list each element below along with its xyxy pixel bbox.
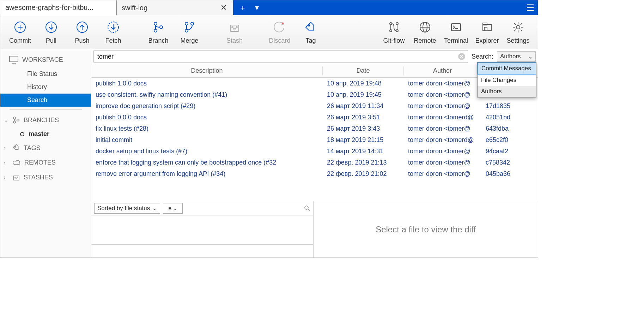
cell-author: tomer doron <tomer@	[404, 124, 481, 133]
cell-desc: enforce that logging system can only be …	[91, 158, 323, 167]
view-mode-dropdown[interactable]: ≡ ⌄	[163, 203, 183, 214]
tab-active-label: swift-log	[122, 4, 147, 12]
table-row[interactable]: use consistent, swifty naming convention…	[91, 89, 538, 100]
stash-icon	[12, 173, 20, 181]
new-tab-icon[interactable]: ＋	[239, 2, 247, 13]
merge-button[interactable]: Merge	[174, 15, 205, 49]
svg-point-47	[13, 121, 16, 123]
remote-label: Remote	[414, 37, 436, 44]
sidebar-remotes-label: REMOTES	[24, 159, 56, 166]
cell-desc: use consistent, swifty naming convention…	[91, 90, 323, 99]
branch-master[interactable]: master	[0, 127, 91, 141]
th-description[interactable]: Description	[91, 66, 323, 75]
cell-author: tomer doron <tomer@	[404, 170, 481, 178]
chevron-down-icon: ⌄	[152, 204, 157, 212]
commit-table-body[interactable]: publish 1.0.0 docs10 апр. 2019 19:48tome…	[91, 78, 538, 201]
table-row[interactable]: docker setup and linux tests (#7)14 март…	[91, 145, 538, 157]
sidebar-item-filestatus[interactable]: File Status	[0, 67, 91, 81]
diff-placeholder: Select a file to view the diff	[314, 201, 538, 257]
svg-rect-50	[13, 176, 19, 180]
branch-button[interactable]: Branch	[143, 15, 174, 49]
hamburger-icon[interactable]: ☰	[522, 0, 538, 15]
cell-date: 22 февр. 2019 21:02	[323, 170, 404, 178]
table-row[interactable]: enforce that logging system can only be …	[91, 157, 538, 168]
table-row[interactable]: improve doc generation script (#29)26 ма…	[91, 100, 538, 112]
tag-button[interactable]: Tag	[295, 15, 326, 49]
search-scope-option-file-changes[interactable]: File Changes	[478, 75, 536, 86]
branch-current-indicator-icon	[20, 132, 24, 136]
settings-button[interactable]: Settings	[503, 15, 534, 49]
table-row[interactable]: publish 1.0.0 docs10 апр. 2019 19:48tome…	[91, 78, 538, 89]
chevron-down-icon: ⌄	[173, 206, 177, 211]
clear-search-icon[interactable]: ✕	[458, 53, 465, 60]
sidebar-stashes-head[interactable]: › STASHES	[0, 170, 91, 185]
svg-point-10	[154, 29, 157, 32]
table-row[interactable]: fix linux tests (#28)26 март 2019 3:43to…	[91, 123, 538, 134]
cell-author: tomer doron <tomerd@	[404, 113, 481, 122]
fetch-label: Fetch	[105, 37, 121, 44]
search-scope-dropdown[interactable]: Authors ⌄	[497, 51, 536, 62]
tab-inactive[interactable]: awesome-graphs-for-bitbu...	[0, 0, 117, 15]
body: WORKSPACE File Status History Search ⌄ B…	[0, 49, 538, 257]
terminal-button[interactable]: Terminal	[441, 15, 472, 49]
sidebar-remotes-head[interactable]: › REMOTES	[0, 155, 91, 170]
svg-point-26	[396, 30, 398, 32]
pull-button[interactable]: Pull	[36, 15, 67, 49]
stash-button[interactable]: Stash	[219, 15, 250, 49]
branch-master-label: master	[29, 130, 49, 138]
close-icon[interactable]: ✕	[220, 3, 227, 12]
search-input[interactable]	[93, 50, 468, 63]
cell-date: 14 март 2019 14:31	[323, 147, 404, 156]
sidebar-stashes-label: STASHES	[24, 174, 53, 181]
fetch-button[interactable]: Fetch	[98, 15, 129, 49]
sidebar-branches-label: BRANCHES	[24, 117, 59, 124]
sidebar-branches-head[interactable]: ⌄ BRANCHES	[0, 113, 91, 127]
svg-point-14	[191, 22, 194, 25]
tab-active[interactable]: swift-log ✕	[117, 0, 233, 15]
chevron-right-icon: ›	[4, 160, 9, 166]
search-label: Search:	[470, 53, 495, 60]
sidebar-item-search[interactable]: Search	[0, 94, 91, 107]
svg-point-46	[13, 117, 16, 119]
cell-desc: improve doc generation script (#29)	[91, 102, 323, 111]
remote-button[interactable]: Remote	[409, 15, 441, 49]
th-date[interactable]: Date	[323, 66, 404, 75]
tab-bar: awesome-graphs-for-bitbu... swift-log ✕ …	[0, 0, 538, 15]
table-row[interactable]: initial commit18 март 2019 21:15tomer do…	[91, 134, 538, 145]
search-scope-option-authors[interactable]: Authors	[478, 86, 536, 97]
cell-hash: 42051bd	[481, 113, 538, 122]
branch-icon	[12, 116, 20, 124]
sidebar-tags-head[interactable]: › TAGS	[0, 141, 91, 155]
file-list-area	[91, 215, 313, 245]
commit-table: Description Date Author Commit publish 1…	[91, 64, 538, 201]
svg-line-20	[235, 27, 237, 29]
sidebar: WORKSPACE File Status History Search ⌄ B…	[0, 49, 91, 257]
tab-menu-icon[interactable]: ▾	[255, 3, 259, 12]
cell-author: tomer doron <tomer@	[404, 102, 481, 111]
gitflow-label: Git-flow	[383, 37, 405, 44]
chevron-down-icon: ⌄	[4, 117, 9, 123]
cell-hash: c758342	[481, 158, 538, 167]
diff-placeholder-text: Select a file to view the diff	[376, 225, 476, 234]
cell-date: 10 апр. 2019 19:45	[323, 90, 404, 99]
search-scope-option-commit-messages[interactable]: Commit Messages	[478, 63, 536, 75]
gitflow-button[interactable]: Git-flow	[378, 15, 409, 49]
stash-label: Stash	[226, 37, 243, 44]
th-author[interactable]: Author	[404, 66, 481, 75]
search-row: ✕ Search: Authors ⌄	[91, 49, 538, 64]
discard-button[interactable]: Discard	[264, 15, 295, 49]
sidebar-item-history[interactable]: History	[0, 81, 91, 94]
table-row[interactable]: publish 0.0.0 docs26 март 2019 3:51tomer…	[91, 112, 538, 123]
search-icon[interactable]	[304, 205, 310, 212]
terminal-label: Terminal	[444, 37, 468, 44]
sort-dropdown[interactable]: Sorted by file status ⌄	[94, 203, 160, 214]
table-row[interactable]: remove error argument from logging API (…	[91, 168, 538, 179]
commit-button[interactable]: Commit	[5, 15, 36, 49]
push-icon	[74, 19, 90, 35]
terminal-icon	[448, 19, 464, 35]
cell-hash: 643fdba	[481, 124, 538, 133]
cell-date: 18 март 2019 21:15	[323, 136, 404, 144]
push-button[interactable]: Push	[67, 15, 98, 49]
chevron-right-icon: ›	[4, 145, 9, 151]
explorer-button[interactable]: Explorer	[472, 15, 503, 49]
